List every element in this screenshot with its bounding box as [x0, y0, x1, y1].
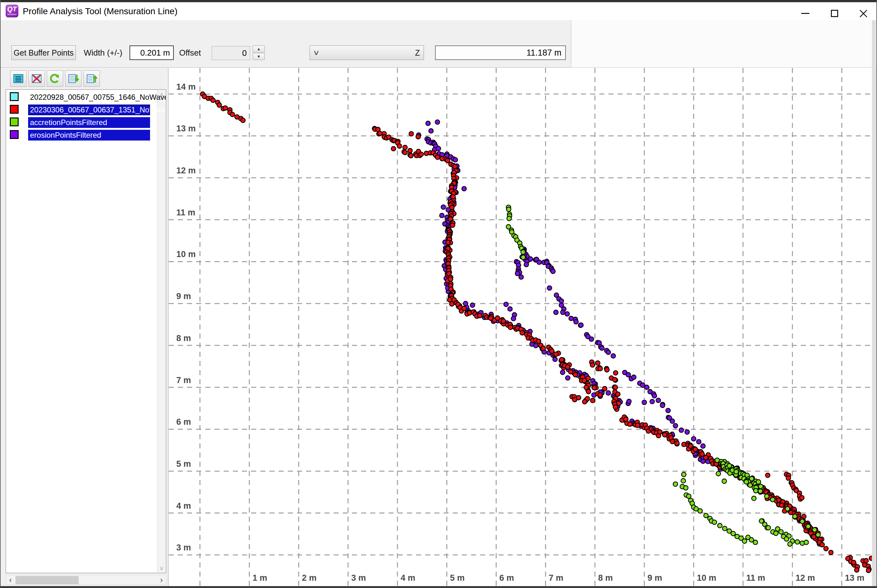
x-tick-label: 8 m: [598, 573, 613, 583]
x-tick-label: 2 m: [302, 573, 317, 583]
scatter-point: [770, 497, 775, 502]
scatter-point: [470, 303, 475, 307]
move-layer-down-button[interactable]: [65, 70, 81, 87]
scatter-point: [662, 433, 667, 437]
title-bar[interactable]: QT Modeler Profile Analysis Tool (Mensur…: [1, 2, 876, 20]
scatter-point: [451, 195, 455, 199]
layer-row[interactable]: 20230306_00567_00637_1351_NoWave: [6, 104, 149, 116]
spinner-up-button[interactable]: ▲: [253, 45, 265, 52]
x-tick-label: 3 m: [351, 573, 366, 583]
profile-scatter-chart: 14 m13 m12 m11 m10 m9 m8 m7 m6 m5 m4 m3 …: [169, 68, 872, 586]
scatter-point: [704, 513, 708, 518]
layer-name[interactable]: 20220928_00567_00755_1646_NoWave: [28, 92, 166, 103]
scatter-point: [515, 271, 520, 276]
horizontal-scroll-thumb[interactable]: [15, 576, 79, 584]
scatter-point: [565, 312, 569, 316]
layer-row[interactable]: accretionPointsFiltered: [6, 116, 149, 129]
y-tick-label: 3 m: [176, 543, 191, 552]
scatter-point: [449, 302, 454, 306]
scatter-point: [683, 486, 688, 490]
scatter-point: [632, 375, 636, 379]
scatter-point: [211, 98, 215, 102]
scatter-point: [441, 205, 446, 209]
scatter-point: [409, 153, 413, 158]
layer-list[interactable]: ∧ ∨ 20220928_00567_00755_1646_NoWave2023…: [6, 89, 166, 573]
scatter-point: [569, 316, 574, 321]
scatter-point: [727, 464, 732, 468]
up-arrow-icon: ▲: [257, 47, 261, 51]
scatter-point: [606, 391, 610, 395]
get-buffer-points-button[interactable]: Get Buffer Points: [11, 45, 76, 60]
spinner-down-button[interactable]: ▼: [253, 53, 265, 60]
minimize-button[interactable]: [791, 4, 820, 22]
scatter-point: [416, 135, 420, 139]
scroll-left-icon[interactable]: ‹: [6, 575, 15, 584]
maximize-icon: [831, 10, 838, 17]
scatter-point: [752, 496, 756, 501]
scatter-point: [403, 150, 407, 155]
x-tick-label: 4 m: [401, 573, 416, 583]
y-tick-label: 5 m: [176, 459, 191, 469]
scatter-point: [524, 262, 529, 267]
layer-color-swatch: [10, 117, 19, 126]
scatter-point: [806, 524, 810, 529]
layer-row[interactable]: 20220928_00567_00755_1646_NoWave: [6, 91, 149, 104]
scatter-point: [642, 400, 646, 405]
scatter-point: [742, 539, 746, 543]
scatter-point: [731, 531, 736, 536]
scatter-point: [566, 365, 570, 369]
x-tick-label: 13 m: [845, 573, 865, 583]
axis-dropdown[interactable]: ∨ Z: [309, 45, 424, 60]
y-tick-label: 6 m: [176, 417, 191, 427]
profile-plot-area[interactable]: 14 m13 m12 m11 m10 m9 m8 m7 m6 m5 m4 m3 …: [169, 68, 872, 586]
maximize-button[interactable]: [820, 4, 848, 22]
scatter-point: [528, 257, 533, 261]
scatter-point: [774, 531, 778, 536]
move-layer-up-button[interactable]: [83, 70, 100, 87]
scatter-point: [764, 494, 769, 498]
width-input[interactable]: 0.201 m: [129, 45, 174, 60]
scatter-point: [673, 423, 678, 428]
scatter-point: [391, 147, 395, 151]
close-button[interactable]: [849, 4, 877, 22]
scatter-point: [449, 205, 454, 210]
scatter-point: [504, 302, 508, 307]
deselect-layers-button[interactable]: [29, 70, 45, 87]
layer-name[interactable]: accretionPointsFiltered: [28, 117, 150, 128]
scatter-point: [534, 343, 538, 348]
scatter-point: [812, 534, 816, 539]
scatter-point: [519, 275, 523, 279]
toolbar: Get Buffer Points Width (+/-) 0.201 m Of…: [1, 20, 571, 68]
y-tick-label: 12 m: [176, 166, 196, 175]
scatter-point: [697, 440, 701, 444]
scatter-point: [704, 455, 708, 460]
x-tick-label: 12 m: [796, 573, 815, 583]
offset-input[interactable]: 0: [212, 46, 250, 60]
scatter-point: [537, 260, 541, 264]
scatter-point: [501, 319, 506, 323]
layer-row[interactable]: erosionPointsFiltered: [6, 129, 149, 141]
scatter-point: [541, 346, 545, 351]
scroll-down-icon[interactable]: ∨: [157, 564, 166, 573]
scatter-point: [602, 387, 607, 391]
layer-name[interactable]: erosionPointsFiltered: [28, 130, 150, 141]
layer-list-vertical-scrollbar[interactable]: ∧ ∨: [157, 90, 165, 573]
y-tick-label: 8 m: [176, 333, 191, 343]
scatter-point: [666, 408, 670, 413]
scatter-point: [551, 269, 555, 273]
scatter-point: [866, 568, 871, 573]
qt-modeler-app-icon: QT Modeler: [6, 5, 18, 17]
x-tick-label: 9 m: [647, 573, 662, 583]
layer-name[interactable]: 20230306_00567_00637_1351_NoWave: [28, 105, 150, 115]
scatter-point: [753, 540, 758, 544]
layer-list-horizontal-scrollbar[interactable]: ‹ ›: [6, 575, 166, 585]
scatter-point: [854, 568, 859, 572]
move-layer-up-icon: [86, 73, 98, 85]
refresh-layers-icon: [49, 73, 61, 85]
scatter-point: [613, 385, 618, 389]
scroll-right-icon[interactable]: ›: [157, 575, 166, 584]
select-all-layers-button[interactable]: [10, 70, 27, 87]
scatter-point: [590, 398, 595, 403]
refresh-layers-button[interactable]: [47, 70, 63, 87]
scatter-point: [613, 377, 617, 382]
